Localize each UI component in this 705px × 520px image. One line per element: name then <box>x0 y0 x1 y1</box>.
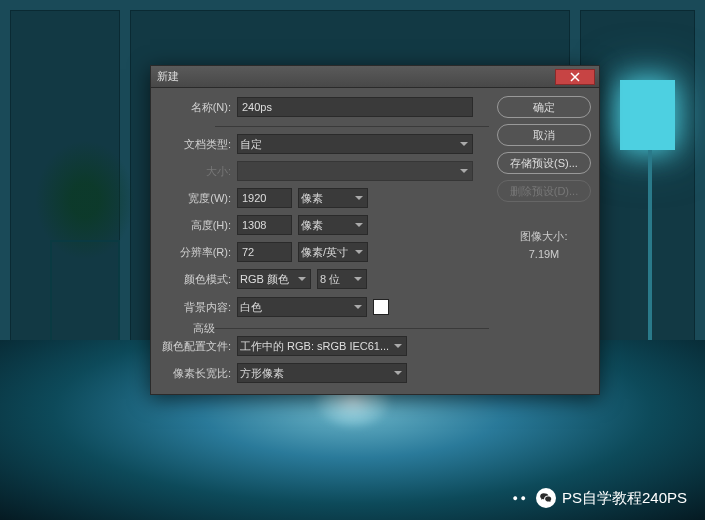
name-label: 名称(N): <box>159 100 237 115</box>
floor-lamp <box>620 80 680 360</box>
height-input[interactable] <box>237 215 292 235</box>
height-label: 高度(H): <box>159 218 237 233</box>
color-mode-select[interactable]: RGB 颜色 <box>237 269 311 289</box>
width-label: 宽度(W): <box>159 191 237 206</box>
new-document-dialog: 新建 名称(N): 文档类型: 自定 大小: 宽度(W): <box>150 65 600 395</box>
bit-depth-select[interactable]: 8 位 <box>317 269 367 289</box>
color-mode-label: 颜色模式: <box>159 272 237 287</box>
height-unit-select[interactable]: 像素 <box>298 215 368 235</box>
pixel-ratio-select[interactable]: 方形像素 <box>237 363 407 383</box>
resolution-input[interactable] <box>237 242 292 262</box>
close-icon <box>570 72 580 82</box>
image-size-label: 图像大小: <box>497 228 591 246</box>
color-profile-select[interactable]: 工作中的 RGB: sRGB IEC61... <box>237 336 407 356</box>
color-profile-label: 颜色配置文件: <box>159 339 237 354</box>
bg-content-label: 背景内容: <box>159 300 237 315</box>
pixel-ratio-label: 像素长宽比: <box>159 366 237 381</box>
resolution-unit-select[interactable]: 像素/英寸 <box>298 242 368 262</box>
wechat-icon <box>536 488 556 508</box>
dialog-title: 新建 <box>155 69 555 84</box>
doc-type-label: 文档类型: <box>159 137 237 152</box>
close-button[interactable] <box>555 69 595 85</box>
dots-icon: ● ● <box>513 493 526 503</box>
watermark-text: PS自学教程240PS <box>562 489 687 508</box>
bg-content-select[interactable]: 白色 <box>237 297 367 317</box>
size-label: 大小: <box>159 164 237 179</box>
width-unit-select[interactable]: 像素 <box>298 188 368 208</box>
size-select <box>237 161 473 181</box>
cancel-button[interactable]: 取消 <box>497 124 591 146</box>
width-input[interactable] <box>237 188 292 208</box>
image-size-info: 图像大小: 7.19M <box>497 228 591 263</box>
watermark-footer: ● ● PS自学教程240PS <box>513 488 687 508</box>
ok-button[interactable]: 确定 <box>497 96 591 118</box>
bg-color-swatch[interactable] <box>373 299 389 315</box>
dialog-titlebar[interactable]: 新建 <box>151 66 599 88</box>
resolution-label: 分辨率(R): <box>159 245 237 260</box>
save-preset-button[interactable]: 存储预设(S)... <box>497 152 591 174</box>
doc-type-select[interactable]: 自定 <box>237 134 473 154</box>
image-size-value: 7.19M <box>497 246 591 264</box>
delete-preset-button: 删除预设(D)... <box>497 180 591 202</box>
advanced-section-label: 高级 <box>189 321 219 336</box>
name-input[interactable] <box>237 97 473 117</box>
